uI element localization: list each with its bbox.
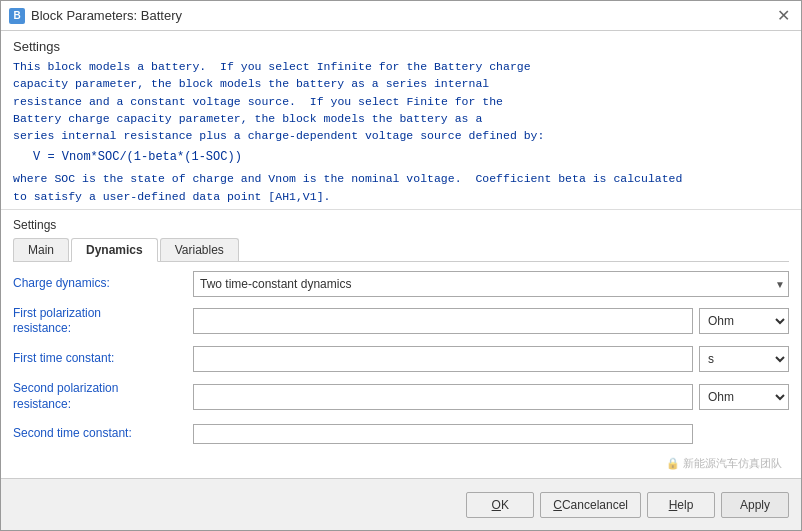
tab-variables[interactable]: Variables [160,238,239,261]
charge-dynamics-select[interactable]: Two time-constant dynamics One time-cons… [193,271,789,297]
window-icon: B [9,8,25,24]
window-title: Block Parameters: Battery [31,8,182,23]
first-time-constant-unit-select[interactable]: s ms [699,346,789,372]
tab-main[interactable]: Main [13,238,69,261]
help-button[interactable]: Help [647,492,715,518]
first-time-constant-input[interactable]: 30 [193,346,693,372]
second-time-constant-row: Second time constant: 30 s [13,420,789,448]
footer: 🔒 新能源汽车仿真团队 OK CCancelancel Help Apply [1,478,801,530]
ok-button[interactable]: OK [466,492,534,518]
second-time-constant-label: Second time constant: [13,426,193,442]
description-paragraph1: This block models a battery. If you sele… [13,58,789,144]
formula: V = Vnom*SOC/(1-beta*(1-SOC)) [33,150,789,164]
first-time-constant-label: First time constant: [13,351,193,367]
settings-label: Settings [13,218,789,232]
second-time-constant-input[interactable]: 30 [193,424,693,444]
second-polarization-row: Second polarizationresistance: 0.005 Ohm… [13,381,789,412]
settings-section: Settings Main Dynamics Variables Charge … [1,210,801,464]
first-polarization-row: First polarizationresistance: 0.005 Ohm … [13,306,789,337]
charge-dynamics-label: Charge dynamics: [13,276,193,292]
battery-section-label: Settings [13,39,789,54]
tab-dynamics[interactable]: Dynamics [71,238,158,262]
title-bar-left: B Block Parameters: Battery [9,8,182,24]
main-window: B Block Parameters: Battery ✕ Settings T… [0,0,802,531]
watermark: 🔒 新能源汽车仿真团队 [666,456,782,471]
first-time-constant-row: First time constant: 30 s ms [13,345,789,373]
description-paragraph2: where SOC is the state of charge and Vno… [13,170,789,205]
tabs-container: Main Dynamics Variables [13,238,789,262]
first-polarization-unit-select[interactable]: Ohm mOhm [699,308,789,334]
cancel-button[interactable]: CCancelancel [540,492,641,518]
apply-button[interactable]: Apply [721,492,789,518]
first-polarization-input[interactable]: 0.005 [193,308,693,334]
second-polarization-unit-select[interactable]: Ohm mOhm [699,384,789,410]
content-area: Settings This block models a battery. If… [1,31,801,478]
charge-dynamics-dropdown-wrapper: Two time-constant dynamics One time-cons… [193,271,789,297]
description-section: Settings This block models a battery. If… [1,31,801,210]
first-polarization-label: First polarizationresistance: [13,306,193,337]
second-polarization-label: Second polarizationresistance: [13,381,193,412]
second-polarization-input[interactable]: 0.005 [193,384,693,410]
charge-dynamics-row: Charge dynamics: Two time-constant dynam… [13,270,789,298]
title-bar: B Block Parameters: Battery ✕ [1,1,801,31]
close-button[interactable]: ✕ [773,6,793,26]
